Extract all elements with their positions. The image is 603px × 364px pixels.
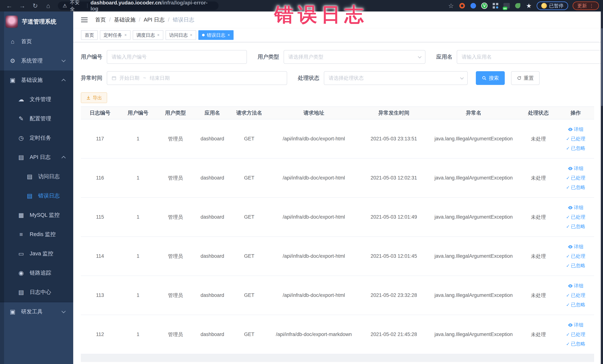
close-tab-icon[interactable]: × bbox=[157, 33, 160, 37]
action-processed-link[interactable]: ✓已处理 bbox=[566, 292, 585, 299]
sidebar-item-config[interactable]: ✎配置管理 bbox=[0, 109, 73, 128]
action-ignored-link[interactable]: ✓已忽略 bbox=[566, 145, 585, 152]
close-tab-icon[interactable]: × bbox=[228, 33, 230, 37]
action-label: 已处理 bbox=[571, 214, 585, 220]
table-cell: java.lang.IllegalArgumentException bbox=[428, 331, 519, 337]
table-cell: 1 bbox=[119, 331, 157, 337]
action-processed-link[interactable]: ✓已处理 bbox=[566, 175, 585, 181]
sidebar-menu: ⌂首页⚙系统管理▣基础设施☁文件管理✎配置管理◷定时任务▤API 日志▤访问日志… bbox=[0, 32, 73, 321]
sidebar-item-error-log[interactable]: ▤错误日志 bbox=[0, 186, 73, 205]
search-button[interactable]: 搜索 bbox=[476, 71, 505, 85]
toolbox-icon: ▣ bbox=[9, 308, 17, 315]
tab-调度日志[interactable]: 调度日志× bbox=[133, 30, 163, 40]
table-cell: 未处理 bbox=[519, 292, 557, 299]
row-actions: 详细✓已处理✓已忽略 bbox=[557, 204, 594, 230]
action-processed-link[interactable]: ✓已处理 bbox=[566, 331, 585, 338]
tab-首页[interactable]: 首页 bbox=[81, 30, 98, 40]
address-bar[interactable]: ⚠ 不安全 dashboard.yudao.iocoder.cn/infra/l… bbox=[58, 1, 219, 10]
tab-定时任务[interactable]: 定时任务× bbox=[100, 30, 130, 40]
eye-icon bbox=[568, 323, 573, 327]
access-log-icon: ▤ bbox=[26, 173, 34, 180]
action-ignored-link[interactable]: ✓已忽略 bbox=[566, 262, 585, 269]
action-ignored-link[interactable]: ✓已忽略 bbox=[566, 184, 585, 191]
extension-orange-icon[interactable] bbox=[459, 2, 465, 9]
action-ignored-link[interactable]: ✓已忽略 bbox=[566, 302, 585, 308]
sidebar-item-redis[interactable]: ≡Redis 监控 bbox=[0, 225, 73, 244]
sidebar-scrollbar[interactable] bbox=[0, 12, 4, 364]
extension-on-badge-icon[interactable]: on bbox=[503, 2, 510, 9]
sidebar-item-access-log[interactable]: ▤访问日志 bbox=[0, 167, 73, 186]
action-detail-link[interactable]: 详细 bbox=[568, 204, 583, 211]
action-processed-link[interactable]: ✓已处理 bbox=[566, 253, 585, 259]
scrollbar-thumb[interactable] bbox=[601, 28, 603, 106]
extension-leaf-icon[interactable] bbox=[514, 2, 521, 9]
breadcrumb: 首页/基础设施/API 日志/错误日志 bbox=[95, 16, 194, 23]
forward-icon[interactable]: → bbox=[17, 2, 27, 10]
sidebar-item-infra[interactable]: ▣基础设施 bbox=[0, 70, 73, 90]
sidebar-item-log-center[interactable]: ▤日志中心 bbox=[0, 282, 73, 302]
back-icon[interactable]: ← bbox=[4, 2, 14, 10]
status-select[interactable]: 请选择处理状态 bbox=[324, 71, 468, 85]
sidebar-item-api-log[interactable]: ▤API 日志 bbox=[0, 148, 73, 167]
url-divider bbox=[87, 3, 88, 8]
extensions-grid-icon[interactable] bbox=[492, 2, 499, 9]
action-detail-link[interactable]: 详细 bbox=[568, 165, 583, 172]
check-icon: ✓ bbox=[566, 302, 570, 307]
user-type-select[interactable]: 请选择用户类型 bbox=[284, 50, 426, 64]
action-detail-link[interactable]: 详细 bbox=[568, 322, 583, 328]
chevron-down-icon bbox=[61, 309, 66, 313]
reset-button[interactable]: 重置 bbox=[511, 71, 540, 85]
reload-icon[interactable]: ↻ bbox=[30, 2, 40, 10]
time-daterange[interactable]: 开始日期~结束日期 bbox=[107, 71, 287, 85]
extension-pin-icon[interactable]: ★ bbox=[525, 2, 532, 9]
cloud-upload-icon: ☁ bbox=[17, 96, 25, 103]
sidebar-item-label: 错误日志 bbox=[38, 192, 60, 200]
action-label: 已忽略 bbox=[571, 184, 585, 191]
sidebar-item-home[interactable]: ⌂首页 bbox=[0, 32, 73, 51]
extension-green-v-icon[interactable]: V bbox=[481, 2, 488, 9]
action-processed-link[interactable]: ✓已处理 bbox=[566, 136, 585, 142]
gear-icon: ⚙ bbox=[9, 57, 17, 64]
security-label[interactable]: 不安全 bbox=[70, 0, 84, 12]
tab-访问日志[interactable]: 访问日志× bbox=[165, 30, 196, 40]
action-processed-link[interactable]: ✓已处理 bbox=[566, 214, 585, 220]
breadcrumb-link[interactable]: 基础设施 bbox=[114, 16, 136, 23]
action-ignored-link[interactable]: ✓已忽略 bbox=[566, 223, 585, 230]
breadcrumb-link[interactable]: API 日志 bbox=[144, 16, 165, 23]
home-icon[interactable]: ⌂ bbox=[43, 2, 53, 10]
collapse-sidebar-icon[interactable] bbox=[81, 17, 88, 22]
table-cell: 管理员 bbox=[157, 253, 194, 260]
action-label: 已忽略 bbox=[571, 145, 585, 152]
window-scrollbar[interactable] bbox=[601, 12, 603, 364]
action-detail-link[interactable]: 详细 bbox=[568, 282, 583, 289]
extension-blue-icon[interactable] bbox=[470, 2, 476, 9]
action-detail-link[interactable]: 详细 bbox=[568, 244, 583, 250]
close-tab-icon[interactable]: × bbox=[190, 33, 192, 37]
sidebar-item-mysql[interactable]: ▦MySQL 监控 bbox=[0, 205, 73, 225]
sidebar-item-devtools[interactable]: ▣研发工具 bbox=[0, 302, 73, 321]
action-detail-link[interactable]: 详细 bbox=[568, 126, 583, 133]
action-ignored-link[interactable]: ✓已忽略 bbox=[566, 341, 585, 347]
close-tab-icon[interactable]: × bbox=[124, 33, 127, 37]
sidebar-item-java[interactable]: ▭Java 监控 bbox=[0, 244, 73, 263]
action-label: 详细 bbox=[574, 165, 583, 172]
export-button[interactable]: 导出 bbox=[81, 92, 107, 103]
update-badge[interactable]: 更新 ⋮ bbox=[573, 1, 599, 10]
filter-app-name: 应用名请输入应用名 bbox=[436, 50, 603, 64]
table-cell: 2021-05-02 23:32:28 bbox=[360, 293, 428, 298]
action-label: 已处理 bbox=[571, 331, 585, 338]
user-id-input[interactable]: 请输入用户编号 bbox=[107, 50, 247, 64]
paused-badge[interactable]: 已暂停 bbox=[537, 1, 568, 10]
tab-错误日志[interactable]: 错误日志× bbox=[198, 30, 234, 40]
breadcrumb-link[interactable]: 首页 bbox=[95, 16, 106, 23]
app-name-input[interactable]: 请输入应用名 bbox=[457, 50, 603, 64]
table-cell: 管理员 bbox=[157, 175, 194, 181]
sidebar-item-system[interactable]: ⚙系统管理 bbox=[0, 51, 73, 70]
sidebar-item-trace[interactable]: ◉链路追踪 bbox=[0, 263, 73, 282]
sidebar-item-file[interactable]: ☁文件管理 bbox=[0, 90, 73, 109]
sidebar-header[interactable]: 芋道管理系统 bbox=[0, 12, 73, 32]
log-center-icon: ▤ bbox=[17, 289, 25, 296]
sidebar-item-job[interactable]: ◷定时任务 bbox=[0, 128, 73, 148]
kebab-menu-icon[interactable]: ⋮ bbox=[589, 3, 594, 9]
bookmark-star-icon[interactable]: ☆ bbox=[448, 2, 454, 9]
